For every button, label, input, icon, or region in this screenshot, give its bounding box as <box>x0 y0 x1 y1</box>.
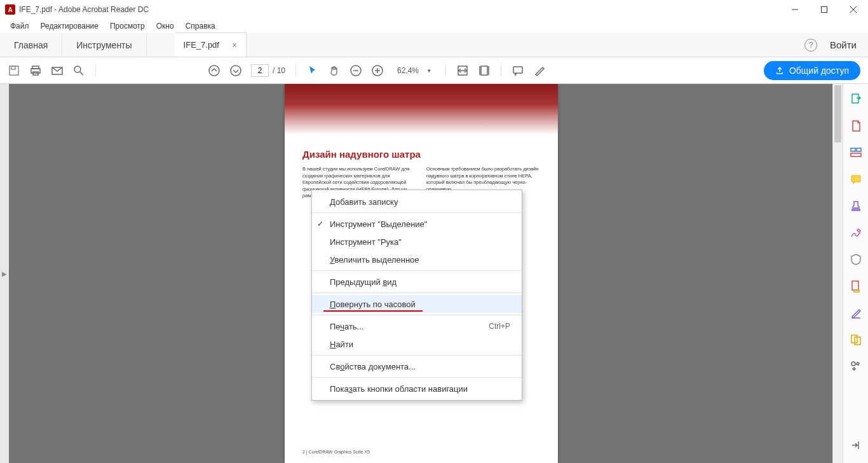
highlight-icon[interactable] <box>533 64 546 77</box>
right-tools-sidebar <box>843 84 868 463</box>
app-icon: A <box>5 4 15 15</box>
share-button[interactable]: Общий доступ <box>764 61 860 80</box>
hand-tool-icon[interactable] <box>328 64 341 77</box>
svg-line-11 <box>80 72 83 75</box>
cm-show-nav-buttons[interactable]: Показать кнопки области навигации <box>312 380 522 397</box>
left-pane-handle[interactable]: ▶ <box>0 84 9 463</box>
svg-rect-7 <box>31 69 40 73</box>
organize-icon[interactable] <box>850 146 862 159</box>
comment-icon[interactable] <box>512 64 524 77</box>
context-menu: Добавить записку ✓Инструмент "Выделение"… <box>311 190 522 401</box>
check-icon: ✓ <box>317 219 323 228</box>
toolbar: / 10 62,4%▾ Общий доступ <box>0 57 868 84</box>
maximize-button[interactable] <box>810 0 839 19</box>
svg-rect-24 <box>852 94 858 103</box>
edit-icon[interactable] <box>850 307 862 319</box>
svg-point-13 <box>231 66 241 76</box>
svg-rect-29 <box>852 209 860 211</box>
more-tools-icon[interactable] <box>850 360 862 373</box>
red-underline <box>323 310 423 312</box>
page-number: / 10 <box>251 64 285 77</box>
menu-edit[interactable]: Редактирование <box>36 20 104 32</box>
menu-help[interactable]: Справка <box>180 20 220 32</box>
menu-window[interactable]: Окно <box>151 20 179 32</box>
svg-rect-1 <box>822 7 827 13</box>
cm-print-shortcut: Ctrl+P <box>489 322 510 331</box>
tab-home[interactable]: Главная <box>0 33 62 57</box>
cm-print[interactable]: Печать...Ctrl+P <box>312 317 522 335</box>
svg-rect-25 <box>851 148 855 151</box>
page-down-icon[interactable] <box>229 64 242 77</box>
svg-rect-20 <box>481 66 487 75</box>
fit-width-icon[interactable] <box>456 64 469 77</box>
svg-rect-30 <box>852 281 858 290</box>
sign-icon[interactable] <box>850 226 862 239</box>
tab-document[interactable]: IFE_7.pdf × <box>175 32 247 57</box>
cm-rotate-clockwise[interactable]: Повернуть по часовой <box>312 295 522 313</box>
svg-point-35 <box>851 362 855 366</box>
svg-point-12 <box>209 66 219 76</box>
print-icon[interactable] <box>29 64 42 77</box>
page-up-icon[interactable] <box>208 64 220 77</box>
svg-rect-28 <box>851 176 860 182</box>
select-tool-icon[interactable] <box>306 64 319 77</box>
search-icon[interactable] <box>72 64 85 77</box>
tabbar: Главная Инструменты IFE_7.pdf × ? Войти <box>0 33 868 57</box>
stamp-icon[interactable] <box>850 200 862 212</box>
vertical-scrollbar[interactable] <box>832 84 843 463</box>
cm-add-note[interactable]: Добавить записку <box>312 193 522 211</box>
protect-icon[interactable] <box>850 253 862 266</box>
zoom-dropdown[interactable]: 62,4%▾ <box>393 64 435 77</box>
svg-rect-27 <box>851 153 861 156</box>
cm-selection-tool[interactable]: ✓Инструмент "Выделение" <box>312 215 522 233</box>
help-icon[interactable]: ? <box>804 39 817 52</box>
close-button[interactable] <box>839 0 868 19</box>
svg-rect-23 <box>513 67 522 73</box>
menu-view[interactable]: Просмотр <box>105 20 150 32</box>
page-header-band <box>285 84 558 135</box>
menu-file[interactable]: Файл <box>5 20 34 32</box>
window-title: IFE_7.pdf - Adobe Acrobat Reader DC <box>19 5 149 14</box>
share-label: Общий доступ <box>789 66 849 76</box>
collapse-sidebar-icon[interactable] <box>850 439 862 452</box>
compress-icon[interactable] <box>850 280 862 293</box>
combine-icon[interactable] <box>850 333 862 346</box>
window-controls <box>780 0 868 19</box>
page-total: / 10 <box>273 66 285 75</box>
page-heading: Дизайн надувного шатра <box>285 135 558 166</box>
comment-tool-icon[interactable] <box>850 173 862 186</box>
tab-tools[interactable]: Инструменты <box>62 33 146 57</box>
share-icon <box>775 66 784 75</box>
tab-document-label: IFE_7.pdf <box>184 40 219 50</box>
cm-doc-properties[interactable]: Свойства документа... <box>312 357 522 375</box>
scrollbar-thumb[interactable] <box>834 85 841 142</box>
svg-rect-4 <box>10 66 18 75</box>
minimize-button[interactable] <box>780 0 810 19</box>
export-pdf-icon[interactable] <box>850 93 862 106</box>
cm-find[interactable]: Найти <box>312 335 522 353</box>
page-footer: 2 | CorelDRAW Graphics Suite X5 <box>302 450 370 454</box>
titlebar: A IFE_7.pdf - Adobe Acrobat Reader DC <box>0 0 868 19</box>
cm-zoom-selection[interactable]: Увеличить выделенное <box>312 251 522 268</box>
email-icon[interactable] <box>51 64 64 77</box>
menubar: Файл Редактирование Просмотр Окно Справк… <box>0 19 868 33</box>
create-pdf-icon[interactable] <box>850 120 862 132</box>
cm-previous-view[interactable]: Предыдущий вид <box>312 273 522 291</box>
zoom-in-icon[interactable] <box>371 64 384 77</box>
svg-rect-5 <box>11 66 15 69</box>
save-icon[interactable] <box>8 64 20 77</box>
tab-close-icon[interactable]: × <box>232 40 237 50</box>
signin-button[interactable]: Войти <box>830 39 857 50</box>
fit-page-icon[interactable] <box>478 64 491 77</box>
svg-rect-31 <box>854 290 859 292</box>
cm-hand-tool[interactable]: Инструмент "Рука" <box>312 233 522 251</box>
zoom-out-icon[interactable] <box>349 64 362 77</box>
page-current-input[interactable] <box>251 64 269 77</box>
svg-rect-26 <box>857 148 861 151</box>
svg-point-10 <box>74 66 81 73</box>
